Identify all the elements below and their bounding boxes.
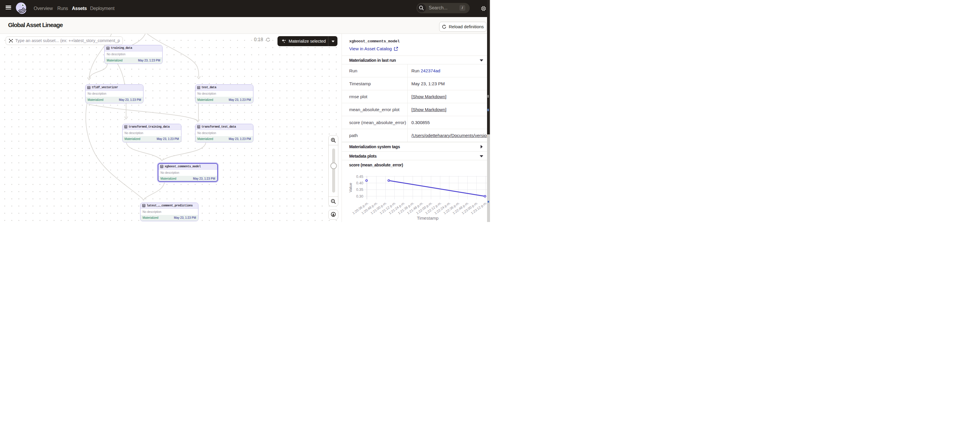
svg-text:Timestamp: Timestamp — [417, 215, 439, 221]
svg-text:0.35: 0.35 — [356, 188, 363, 192]
svg-text:0.30: 0.30 — [356, 194, 363, 199]
svg-text:Value: Value — [348, 183, 353, 192]
svg-text:0.45: 0.45 — [356, 175, 363, 179]
svg-text:0.40: 0.40 — [356, 181, 363, 185]
svg-text:1:23:12 p.m.: 1:23:12 p.m. — [470, 201, 487, 215]
